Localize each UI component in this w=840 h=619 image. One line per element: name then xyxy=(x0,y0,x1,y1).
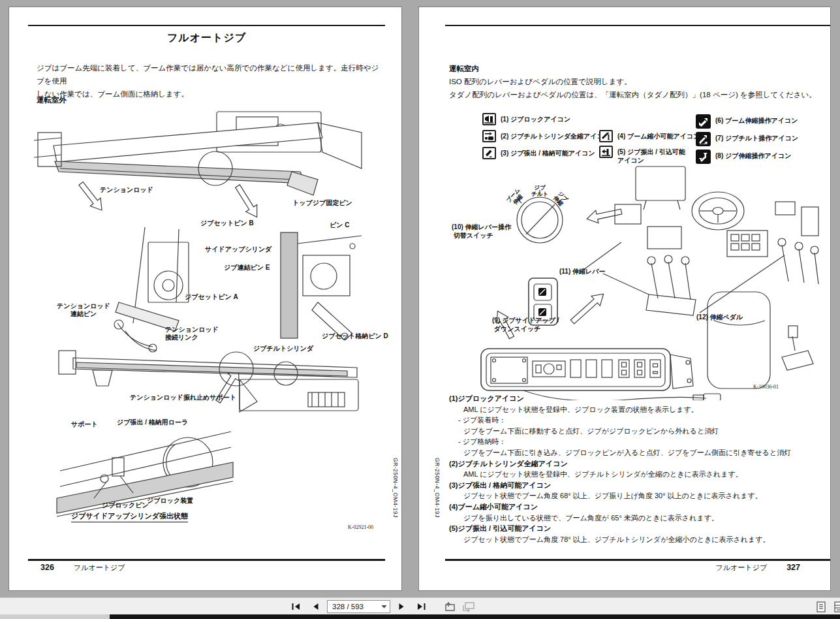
item-1-line: AML にジブセット状態を登録中、ジブロック装置の状態を表示します。 xyxy=(449,404,821,415)
figure-caption: ジブサイドアップシリンダ張出状態 xyxy=(71,511,188,522)
jib-tilt-cylinder-fully-retracted-icon xyxy=(482,130,496,142)
page-327: 運転室内 ISO 配列のレバーおよびペダルの位置で説明します。 タダノ配列のレバ… xyxy=(418,7,831,591)
next-view-button[interactable] xyxy=(461,600,476,613)
single-page-view-button[interactable] xyxy=(815,600,827,613)
callout-telescoping-lever-selector-switch: (10) 伸縮レバー操作 切替スイッチ xyxy=(452,223,534,240)
item-4-title: (4)ブーム縮小可能アイコン xyxy=(449,501,821,513)
item-1-line: - ジブ装着時： xyxy=(449,415,821,426)
label-jib-lock-device: ジブロック装置 xyxy=(147,497,193,505)
next-page-button[interactable] xyxy=(394,600,410,613)
intro-paragraph: ジブはブーム先端に装着して、ブーム作業では届かない高所での作業などに使用します。… xyxy=(37,61,382,101)
legend-label-1: (1) ジブロックアイコン xyxy=(501,113,570,123)
document-code-sidetext: GR-250N-4_OM4-19J xyxy=(434,458,441,518)
next-view-icon xyxy=(462,601,475,612)
single-page-view-icon xyxy=(816,601,826,612)
figure-code: K-10036-01 xyxy=(753,384,779,390)
rotary-label-jib-tilt: ジブ チルト xyxy=(531,185,548,197)
statusbar-left-segment xyxy=(0,614,110,619)
legend-label-6: (6) ブーム伸縮操作アイコン xyxy=(715,114,798,125)
label-jib-extend-stow-roller: ジブ張出 / 格納用ローラ xyxy=(117,419,188,426)
previous-page-icon xyxy=(311,603,319,611)
callout-jib-side-up-down-switch: (9) ジブサイドアップ / ダウンスイッチ xyxy=(492,316,580,333)
page-navigation: 328 / 593 xyxy=(288,600,476,613)
section-heading-outside-cab: 運転室外 xyxy=(37,95,67,105)
callout-telescoping-pedal: (12) 伸縮ペダル xyxy=(696,313,743,321)
previous-page-button[interactable] xyxy=(307,600,323,613)
viewer-toolbar: 328 / 593 xyxy=(0,597,840,615)
jib-swing-out-in-possible-icon xyxy=(599,146,613,158)
first-page-button[interactable] xyxy=(288,600,303,613)
cab-controls-diagram xyxy=(419,164,832,400)
legend-label-5: (5) ジブ振出 / 引込可能 アイコン xyxy=(617,146,685,165)
callout-telescoping-lever: (11) 伸縮レバー xyxy=(559,267,605,276)
item-1-title: (1)ジブロックアイコン xyxy=(449,393,821,404)
label-pin-c: ピン C xyxy=(330,221,349,229)
header-rule xyxy=(445,25,830,26)
label-tension-rod-support: テンションロッド振れ止めサポート xyxy=(130,394,236,402)
item-3-line: ジブセット状態でブーム角度 68° 以上、ジブ振り上げ角度 30° 以上のときに… xyxy=(449,490,821,501)
item-4-line: ジブを振り出している状態で、ブーム角度が 65° 未満のときに表示されます。 xyxy=(449,513,821,524)
label-tension-rod-link: テンションロッド 接続リンク xyxy=(165,326,219,341)
first-page-icon xyxy=(291,603,300,611)
label-jib-lock-pin: ジブロックピン xyxy=(102,501,149,509)
previous-view-button[interactable] xyxy=(441,600,457,613)
pdf-viewer: { "viewer": { "toolbar": { "page_indicat… xyxy=(0,0,840,619)
legend-label-3: (3) ジブ張出 / 格納可能アイコン xyxy=(501,147,595,157)
legend-label-4: (4) ブーム縮小可能アイコン xyxy=(617,130,700,140)
legend-label-8: (8) ジブ伸縮操作アイコン xyxy=(715,150,791,160)
footer-rule xyxy=(28,559,385,561)
item-5-line: ジブセット状態でブーム角度 78° 以上、ジブチルトシリンダが全縮小のときに表示… xyxy=(449,534,821,545)
legend-label-7: (7) ジブチルト操作アイコン xyxy=(715,132,798,142)
boom-telescoping-operation-icon xyxy=(696,114,711,129)
item-3-title: (3)ジブ張出 / 格納可能アイコン xyxy=(449,480,821,491)
page-footer: 326 フルオートジブ xyxy=(40,563,125,573)
header-rule xyxy=(28,25,385,26)
label-side-up-cylinder: サイドアップシリンダ xyxy=(205,246,272,253)
last-page-button[interactable] xyxy=(414,600,429,613)
item-2-line: AML にジブセット状態を登録中、ジブチルトシリンダが全縮のときに表示されます。 xyxy=(449,469,821,480)
label-tension-rod-connecting-pin: テンションロッド 連結ピン xyxy=(50,302,117,318)
jib-lock-icon xyxy=(482,113,496,125)
icon-descriptions: (1)ジブロックアイコン AML にジブセット状態を登録中、ジブロック装置の状態… xyxy=(449,393,821,545)
previous-view-icon xyxy=(443,601,456,612)
label-jib-set-stow-pin-d: ジブセット格納ピン D xyxy=(322,332,388,340)
page-number: 327 xyxy=(786,563,800,572)
page-326: フルオートジブ ジブはブーム先端に装着して、ブーム作業では届かない高所での作業な… xyxy=(8,7,402,591)
page-layout-controls xyxy=(815,600,840,613)
jib-telescoping-operation-icon xyxy=(696,150,711,164)
facing-pages-view-icon xyxy=(833,601,840,612)
jib-extend-stow-possible-icon xyxy=(482,147,496,159)
page-indicator: 328 / 593 xyxy=(332,603,379,611)
dropdown-caret-icon xyxy=(381,605,387,609)
facing-pages-view-button[interactable] xyxy=(833,600,840,613)
label-jib-tilt-cylinder: ジブチルトシリンダ xyxy=(253,345,313,353)
intro-line-2: タダノ配列のレバーおよびペダルの位置は、「運転室内（タダノ配列）」(18 ページ… xyxy=(449,88,824,101)
label-support: サポート xyxy=(71,421,98,428)
label-tension-rod: テンションロッド xyxy=(100,186,153,194)
figure-code: K-02921-00 xyxy=(348,524,373,530)
page-footer: フルオートジブ 327 xyxy=(716,563,800,573)
page-number-input[interactable]: 328 / 593 xyxy=(327,600,390,613)
page-title: フルオートジブ xyxy=(28,31,385,45)
chapter-title: フルオートジブ xyxy=(716,563,768,573)
item-1-line: ジブをブーム下面に移動すると点灯、ジブがジブロックピンから外れると消灯 xyxy=(449,426,821,437)
last-page-icon xyxy=(417,603,426,611)
boom-retract-possible-icon xyxy=(599,130,613,142)
item-2-title: (2)ジブチルトシリンダ全縮アイコン xyxy=(449,458,821,469)
label-jib-connecting-pin-e: ジブ連結ピン E xyxy=(224,264,270,272)
next-page-icon xyxy=(398,603,406,611)
page-number: 326 xyxy=(40,563,54,572)
statusbar-dark-segment xyxy=(110,614,840,619)
footer-rule xyxy=(445,559,830,561)
label-top-jib-fixing-pin: トップジブ固定ピン xyxy=(292,199,352,207)
item-5-title: (5)ジブ振出 / 引込可能アイコン xyxy=(449,523,821,534)
intro-line-1: ISO 配列のレバーおよびペダルの位置で説明します。 xyxy=(449,75,824,88)
label-jib-set-pin-a: ジブセットピン A xyxy=(185,293,238,301)
item-1-line: ジブをブーム下面に引き込み、ジブロックピンが入ると点灯、ジブをブーム側面に引き寄… xyxy=(449,447,821,458)
label-jib-set-pin-b: ジブセットピン B xyxy=(200,219,254,227)
chapter-title: フルオートジブ xyxy=(74,563,125,573)
jib-tilt-operation-icon xyxy=(696,132,711,146)
legend-label-2: (2) ジブチルトシリンダ全縮アイコン xyxy=(501,130,610,140)
section-heading-inside-cab: 運転室内 xyxy=(449,64,479,74)
item-1-line: - ジブ格納時： xyxy=(449,436,821,447)
